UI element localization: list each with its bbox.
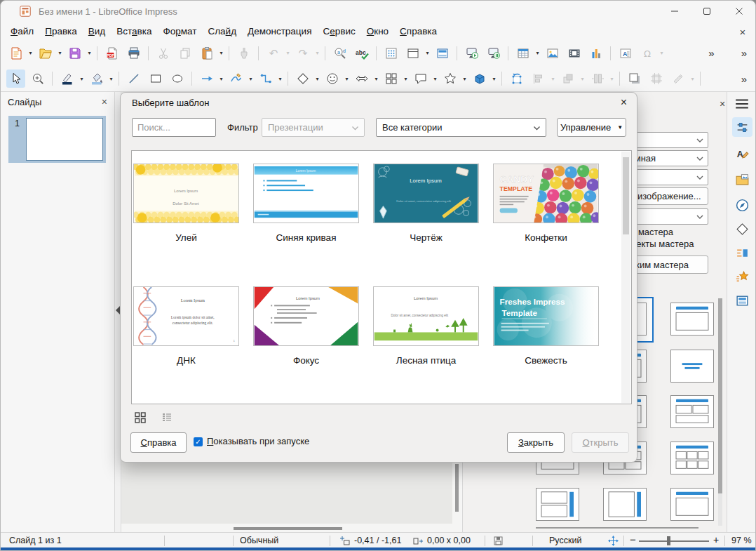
insert-textbox-button[interactable]: A bbox=[616, 44, 635, 62]
toolbar-overflow-button[interactable]: » bbox=[737, 47, 750, 59]
sidebar-close-icon[interactable]: × bbox=[720, 98, 725, 109]
template-item[interactable]: Lorem Ipsum Фокус bbox=[253, 286, 359, 366]
arrange-button[interactable] bbox=[558, 69, 577, 88]
stars-banners-dropdown-arrow[interactable]: ▾ bbox=[461, 69, 468, 88]
master-slide-button[interactable] bbox=[433, 44, 452, 62]
horizontal-scrollbar[interactable] bbox=[121, 524, 461, 532]
copy-button[interactable] bbox=[175, 44, 194, 62]
undo-dropdown-arrow[interactable]: ▾ bbox=[284, 44, 292, 62]
menu-слайд[interactable]: Слайд bbox=[202, 24, 242, 39]
insert-table-dropdown-arrow[interactable]: ▾ bbox=[534, 44, 541, 62]
toolbar-overflow-button[interactable]: » bbox=[737, 73, 750, 85]
language-status[interactable]: Русский bbox=[549, 536, 581, 545]
menu-вид[interactable]: Вид bbox=[83, 24, 111, 39]
flowchart-button[interactable] bbox=[382, 69, 400, 88]
block-arrows-button[interactable] bbox=[352, 69, 371, 88]
template-thumbnail[interactable]: Lorem IpsumDolor Sit Amet bbox=[133, 164, 239, 223]
sidebar-tab-character[interactable]: A bbox=[732, 143, 752, 163]
curves-polygons-dropdown-arrow[interactable]: ▾ bbox=[247, 69, 255, 88]
sidebar-tab-master-slides[interactable] bbox=[732, 291, 752, 310]
stars-banners-button[interactable] bbox=[440, 69, 459, 88]
maximize-button[interactable] bbox=[691, 1, 723, 22]
slide-thumbnail[interactable] bbox=[26, 118, 103, 161]
toolbar-overflow-button[interactable]: » bbox=[704, 47, 717, 59]
sidebar-tab-gallery[interactable] bbox=[732, 169, 752, 189]
find-replace-button[interactable]: ad bbox=[330, 44, 349, 62]
horizontal-scrollbar-thumb[interactable] bbox=[234, 527, 342, 530]
sidebar-tab-animation[interactable] bbox=[732, 267, 752, 286]
insert-chart-button[interactable] bbox=[586, 44, 605, 62]
open-dropdown-arrow[interactable]: ▾ bbox=[56, 44, 64, 62]
template-item[interactable]: Lorem IpsumDolor sit amet, consectetur a… bbox=[373, 164, 479, 243]
redo-dropdown-arrow[interactable]: ▾ bbox=[313, 44, 321, 62]
category-combobox[interactable]: Все категории bbox=[376, 118, 546, 137]
arrange-dropdown-arrow[interactable]: ▾ bbox=[579, 69, 586, 88]
filter-dropdown-arrow[interactable]: ▾ bbox=[689, 69, 696, 88]
block-arrows-dropdown-arrow[interactable]: ▾ bbox=[372, 69, 380, 88]
menu-справка[interactable]: Справка bbox=[394, 24, 443, 39]
zoom-percent[interactable]: 97 % bbox=[731, 536, 752, 545]
list-view-icon[interactable] bbox=[161, 411, 173, 424]
template-thumbnail[interactable]: CANDYTEMPLATE bbox=[493, 164, 599, 223]
vertical-scrollbar-thumb[interactable] bbox=[455, 464, 459, 512]
display-views-dropdown-arrow[interactable]: ▾ bbox=[424, 44, 431, 62]
rotate-button[interactable] bbox=[507, 69, 526, 88]
3d-objects-button[interactable] bbox=[470, 69, 489, 88]
menu-правка[interactable]: Правка bbox=[39, 24, 83, 39]
cut-button[interactable] bbox=[154, 44, 173, 62]
symbol-shapes-dropdown-arrow[interactable]: ▾ bbox=[343, 69, 351, 88]
callouts-dropdown-arrow[interactable]: ▾ bbox=[431, 69, 439, 88]
insert-line-button[interactable] bbox=[124, 69, 143, 88]
ellipse-button[interactable] bbox=[168, 69, 187, 88]
distribute-dropdown-arrow[interactable]: ▾ bbox=[608, 69, 616, 88]
layout-option-centered-text[interactable] bbox=[670, 350, 714, 383]
menu-окно[interactable]: Окно bbox=[361, 24, 394, 39]
display-views-button[interactable] bbox=[403, 44, 422, 62]
close-document-icon[interactable]: × bbox=[736, 25, 750, 39]
open-template-button[interactable]: Открыть bbox=[572, 432, 629, 453]
rectangle-button[interactable] bbox=[146, 69, 165, 88]
line-color-button[interactable] bbox=[58, 69, 76, 88]
layout-option-title-2content-content[interactable] bbox=[670, 395, 714, 428]
export-pdf-button[interactable]: PDF bbox=[102, 44, 121, 62]
template-thumbnail[interactable]: Lorem Ipsum bbox=[253, 164, 359, 223]
save-dropdown-arrow[interactable]: ▾ bbox=[86, 44, 93, 62]
sidebar-tab-shapes[interactable] bbox=[732, 219, 752, 239]
thumbnail-view-icon[interactable] bbox=[134, 411, 147, 424]
menu-файл[interactable]: Файл bbox=[5, 24, 39, 39]
lines-and-arrows-dropdown-arrow[interactable]: ▾ bbox=[217, 69, 225, 88]
view-mode[interactable]: Обычный bbox=[240, 536, 278, 545]
print-button[interactable] bbox=[124, 44, 143, 62]
layouts-scrollbar[interactable] bbox=[718, 298, 722, 526]
template-item[interactable]: Lorem Ipsum Синяя кривая bbox=[253, 164, 359, 243]
fill-color-button[interactable] bbox=[87, 69, 106, 88]
menu-сервис[interactable]: Сервис bbox=[317, 24, 360, 39]
slides-panel-close-icon[interactable]: × bbox=[102, 96, 107, 107]
align-dropdown-arrow[interactable]: ▾ bbox=[549, 69, 557, 88]
special-character-dropdown-arrow[interactable]: ▾ bbox=[658, 44, 666, 62]
open-button[interactable] bbox=[36, 44, 55, 62]
template-list-scrollbar-thumb[interactable] bbox=[623, 157, 629, 234]
basic-shapes-button[interactable] bbox=[293, 69, 312, 88]
basic-shapes-dropdown-arrow[interactable]: ▾ bbox=[313, 69, 321, 88]
filter-button[interactable] bbox=[668, 69, 687, 88]
callouts-button[interactable] bbox=[411, 69, 430, 88]
paste-dropdown-arrow[interactable]: ▾ bbox=[217, 44, 225, 62]
paste-button[interactable] bbox=[197, 44, 216, 62]
layout-option-title-content[interactable] bbox=[670, 488, 714, 521]
template-thumbnail[interactable]: Lorem IpsumDolor sit amet, consectetur a… bbox=[373, 164, 479, 223]
template-item[interactable]: Lorem IpsumLorem ipsum dolor sit amet,co… bbox=[133, 286, 239, 366]
template-thumbnail[interactable]: Lorem IpsumDolor sit amet, consectetur a… bbox=[373, 286, 479, 346]
sidebar-tab-properties[interactable] bbox=[732, 117, 752, 137]
flowchart-dropdown-arrow[interactable]: ▾ bbox=[402, 69, 410, 88]
zoom-in-button[interactable]: + bbox=[713, 534, 719, 545]
template-item[interactable]: Lorem IpsumDolor Sit Amet Улей bbox=[133, 164, 239, 243]
connectors-button[interactable] bbox=[256, 69, 275, 88]
minimize-button[interactable] bbox=[659, 1, 691, 22]
template-thumbnail[interactable]: Freshes ImpressTemplate bbox=[493, 286, 599, 346]
slide-thumbnail-item[interactable]: 1 bbox=[8, 116, 106, 163]
template-item[interactable]: Lorem IpsumDolor sit amet, consectetur a… bbox=[373, 286, 479, 366]
help-button[interactable]: Справка bbox=[130, 432, 187, 453]
close-button[interactable] bbox=[723, 1, 755, 22]
clone-formatting-button[interactable] bbox=[234, 44, 253, 62]
